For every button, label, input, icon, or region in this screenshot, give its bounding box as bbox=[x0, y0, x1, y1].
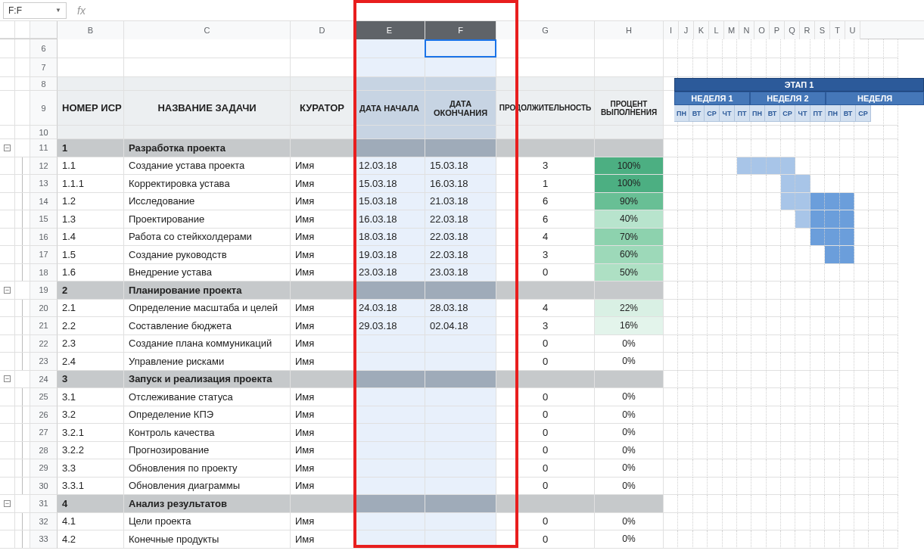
col-header-M[interactable]: M bbox=[724, 21, 739, 39]
cell[interactable] bbox=[595, 77, 664, 91]
cell[interactable]: НАЗВАНИЕ ЗАДАЧИ bbox=[124, 91, 291, 126]
row-number[interactable]: 13 bbox=[30, 175, 58, 193]
cell[interactable] bbox=[124, 58, 291, 77]
col-header-I[interactable]: I bbox=[664, 21, 679, 39]
row-number[interactable]: 25 bbox=[30, 388, 58, 406]
cell[interactable]: 1.3 bbox=[58, 210, 124, 229]
cell[interactable]: 0 bbox=[496, 459, 595, 478]
cell[interactable]: Имя bbox=[291, 335, 354, 353]
cell[interactable]: Корректировка устава bbox=[124, 175, 291, 193]
cell[interactable] bbox=[291, 39, 354, 58]
table-row[interactable]: −314Анализ результатов bbox=[0, 495, 924, 513]
table-row[interactable]: 232.4Управление рискамиИмя00% bbox=[0, 353, 924, 371]
row-number[interactable]: 27 bbox=[30, 424, 58, 442]
collapse-button[interactable]: − bbox=[4, 287, 11, 294]
cell[interactable] bbox=[354, 39, 425, 58]
row-number[interactable]: 28 bbox=[30, 442, 58, 460]
cell[interactable]: КУРАТОР bbox=[291, 91, 354, 126]
table-row[interactable]: 131.1.1Корректировка уставаИмя15.03.1816… bbox=[0, 175, 924, 193]
cell[interactable]: 1.4 bbox=[58, 229, 124, 247]
cell[interactable]: Имя bbox=[291, 210, 354, 229]
cell[interactable] bbox=[354, 530, 425, 549]
cell[interactable]: 0 bbox=[496, 530, 595, 549]
table-row[interactable]: 10 bbox=[0, 126, 924, 139]
cell[interactable]: 29.03.18 bbox=[354, 317, 425, 335]
table-row[interactable]: 303.3.1Обновления диаграммыИмя00% bbox=[0, 478, 924, 496]
cell[interactable] bbox=[595, 139, 664, 157]
cell[interactable]: ПРОЦЕНТ ВЫПОЛНЕНИЯ bbox=[595, 91, 664, 126]
cell[interactable]: 50% bbox=[595, 264, 664, 282]
cell[interactable]: Имя bbox=[291, 246, 354, 264]
cell[interactable]: 4 bbox=[58, 495, 124, 513]
cell[interactable]: 2.3 bbox=[58, 335, 124, 353]
collapse-button[interactable]: − bbox=[4, 500, 11, 507]
cell[interactable] bbox=[595, 282, 664, 300]
cell[interactable]: 1.2 bbox=[58, 193, 124, 211]
table-row[interactable]: 334.2Конечные продуктыИмя00% bbox=[0, 530, 924, 549]
cell[interactable]: 0% bbox=[595, 388, 664, 406]
cell[interactable] bbox=[496, 139, 595, 157]
cell[interactable] bbox=[425, 371, 496, 389]
cell[interactable]: 100% bbox=[595, 157, 664, 176]
col-header-D[interactable]: D bbox=[291, 21, 354, 39]
cell[interactable]: 3 bbox=[496, 317, 595, 335]
col-header-T[interactable]: T bbox=[830, 21, 845, 39]
cell[interactable]: 15.03.18 bbox=[425, 157, 496, 176]
table-row[interactable]: 263.2Определение КПЭИмя00% bbox=[0, 406, 924, 425]
cell[interactable]: 16% bbox=[595, 317, 664, 335]
cell[interactable] bbox=[58, 126, 124, 139]
cell[interactable]: Имя bbox=[291, 353, 354, 371]
cell[interactable] bbox=[425, 495, 496, 513]
cell[interactable]: Исследование bbox=[124, 193, 291, 211]
cell[interactable]: Имя bbox=[291, 388, 354, 406]
row-number[interactable]: 16 bbox=[30, 229, 58, 247]
row-number[interactable]: 23 bbox=[30, 353, 58, 371]
cell[interactable]: Имя bbox=[291, 478, 354, 496]
cell[interactable] bbox=[425, 388, 496, 406]
cell[interactable] bbox=[354, 478, 425, 496]
cell[interactable] bbox=[291, 495, 354, 513]
col-header-H[interactable]: H bbox=[595, 21, 664, 39]
cell[interactable] bbox=[425, 406, 496, 425]
cell[interactable]: 1 bbox=[58, 139, 124, 157]
cell[interactable] bbox=[354, 353, 425, 371]
cell[interactable]: Составление бюджета bbox=[124, 317, 291, 335]
cell[interactable] bbox=[354, 406, 425, 425]
cell[interactable] bbox=[354, 139, 425, 157]
cell[interactable] bbox=[425, 424, 496, 442]
cell[interactable]: Создание устава проекта bbox=[124, 157, 291, 176]
cell[interactable] bbox=[425, 77, 496, 91]
cell[interactable] bbox=[496, 282, 595, 300]
table-row[interactable]: 171.5Создание руководствИмя19.03.1822.03… bbox=[0, 246, 924, 264]
cell[interactable]: Имя bbox=[291, 513, 354, 531]
cell[interactable] bbox=[425, 126, 496, 139]
cell[interactable]: 0 bbox=[496, 353, 595, 371]
cell[interactable]: Имя bbox=[291, 317, 354, 335]
cell[interactable]: Имя bbox=[291, 424, 354, 442]
col-header-G[interactable]: G bbox=[496, 21, 595, 39]
row-number[interactable]: 22 bbox=[30, 335, 58, 353]
cell[interactable]: Контроль качества bbox=[124, 424, 291, 442]
cell[interactable]: 23.03.18 bbox=[354, 264, 425, 282]
cell[interactable]: 15.03.18 bbox=[354, 193, 425, 211]
cell[interactable]: 40% bbox=[595, 210, 664, 229]
cell[interactable]: 3.2.2 bbox=[58, 442, 124, 460]
cell[interactable]: 24.03.18 bbox=[354, 300, 425, 318]
cell[interactable] bbox=[354, 58, 425, 77]
cell[interactable]: Определение масштаба и целей bbox=[124, 300, 291, 318]
cell[interactable]: 0 bbox=[496, 406, 595, 425]
cell[interactable]: 6 bbox=[496, 210, 595, 229]
cell[interactable]: 1.1.1 bbox=[58, 175, 124, 193]
cell[interactable]: Имя bbox=[291, 175, 354, 193]
cell[interactable]: 3.3 bbox=[58, 459, 124, 478]
cell[interactable]: Имя bbox=[291, 193, 354, 211]
cell[interactable] bbox=[595, 58, 664, 77]
col-header-U[interactable]: U bbox=[845, 21, 860, 39]
table-row[interactable]: 283.2.2ПрогнозированиеИмя00% bbox=[0, 442, 924, 460]
cell[interactable] bbox=[58, 77, 124, 91]
col-header-O[interactable]: O bbox=[754, 21, 770, 39]
cell[interactable]: 3 bbox=[496, 157, 595, 176]
cell[interactable] bbox=[354, 282, 425, 300]
cell[interactable]: НОМЕР ИСР bbox=[58, 91, 124, 126]
cell[interactable] bbox=[595, 126, 664, 139]
